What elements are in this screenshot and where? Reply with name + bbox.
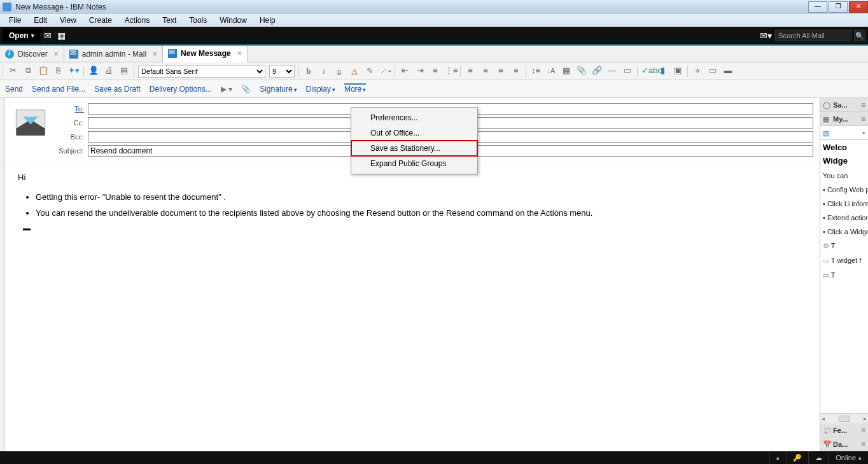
numbered-list-button[interactable]: ≡ (430, 66, 441, 77)
outdent-button[interactable]: ⇤ (399, 66, 410, 77)
permissions-button[interactable]: ▣ (672, 66, 683, 77)
tool-c-button[interactable]: ▬ (722, 66, 734, 77)
bullet-list-button[interactable]: ⋮≡ (445, 66, 456, 77)
insert-table-button[interactable]: ▦ (561, 66, 572, 77)
menu-text[interactable]: Text (156, 15, 183, 26)
flag-button[interactable]: ▮ (657, 66, 668, 77)
menu-icon[interactable]: ≡ (861, 440, 865, 449)
close-button[interactable]: ✕ (849, 1, 868, 13)
print-icon[interactable]: 🖨 (103, 66, 115, 77)
font-select[interactable]: Default Sans Serif (138, 65, 265, 78)
panel-dayglance[interactable]: 📅Da...≡ (820, 437, 868, 451)
tab-discover[interactable]: Discover × (0, 46, 64, 62)
menu-help[interactable]: Help (253, 15, 282, 26)
clear-format-button[interactable]: ⟋▾ (379, 66, 391, 76)
send-and-file-button[interactable]: Send and File... (32, 85, 85, 94)
menu-file[interactable]: File (3, 15, 27, 26)
mail-icon (168, 49, 177, 58)
link-button[interactable]: 🔗 (591, 66, 603, 77)
menu-bar: File Edit View Create Actions Text Tools… (0, 14, 868, 27)
menu-icon[interactable]: ≡ (861, 115, 865, 123)
line-spacing-button[interactable]: ↕≡ (530, 66, 542, 77)
tab-admin-mail[interactable]: admin admin - Mail × (64, 46, 163, 62)
left-gutter (0, 98, 5, 451)
envelope-icon (11, 103, 50, 141)
to-label[interactable]: To: (56, 105, 84, 113)
menu-view[interactable]: View (53, 15, 83, 26)
menu-out-of-office[interactable]: Out of Office... (351, 125, 477, 141)
signature-menu[interactable]: Signature (260, 85, 297, 94)
delivery-options-button[interactable]: Delivery Options... (150, 85, 212, 94)
calendar-icon[interactable]: ▦ (55, 31, 69, 41)
paste-special-icon[interactable]: ⎘ (53, 66, 64, 77)
display-menu[interactable]: Display (306, 85, 335, 94)
font-color-button[interactable]: A (349, 66, 360, 76)
search-input[interactable] (775, 30, 851, 41)
status-up[interactable]: ▴ (769, 451, 786, 464)
close-icon[interactable]: × (54, 50, 59, 59)
attach-button[interactable]: 📎 (576, 66, 587, 77)
minimize-button[interactable]: — (808, 1, 827, 13)
font-size-select[interactable]: 9 (269, 65, 295, 78)
menu-edit[interactable]: Edit (27, 15, 53, 26)
more-menu[interactable]: More (344, 83, 366, 94)
panel-feeds[interactable]: 📰Fe...≡ (820, 423, 868, 437)
menu-tools[interactable]: Tools (183, 15, 213, 26)
italic-button[interactable]: i (318, 66, 330, 76)
send-button[interactable]: Send (5, 85, 23, 94)
menu-save-as-stationery[interactable]: Save as Stationery... (351, 141, 477, 156)
panel-mywidgets[interactable]: ▦My...≡ (820, 112, 868, 126)
info-icon (5, 50, 14, 59)
window-title: New Message - IBM Notes (15, 3, 106, 11)
save-as-draft-button[interactable]: Save as Draft (94, 85, 141, 94)
close-icon[interactable]: × (153, 50, 157, 59)
flag-icon[interactable]: ▶ ▾ (221, 85, 232, 94)
key-icon[interactable]: 🔑 (786, 451, 808, 464)
align-right-button[interactable]: ≡ (495, 66, 507, 77)
spellcheck-button[interactable]: ✓abc (641, 66, 653, 77)
new-icon[interactable]: ✦▾ (68, 66, 80, 77)
menu-window[interactable]: Window (213, 15, 253, 26)
search-button[interactable]: 🔍 (854, 30, 865, 41)
cloud-icon[interactable]: ☁ (808, 451, 829, 464)
indent-button[interactable]: ⇥ (414, 66, 426, 77)
attachment-icon[interactable]: 📎 (241, 85, 251, 94)
menu-preferences[interactable]: Preferences... (351, 110, 477, 125)
menu-create[interactable]: Create (83, 15, 118, 26)
status-online[interactable]: Online ▴ (829, 451, 868, 464)
envelope-status-icon[interactable]: ✉▾ (759, 31, 773, 41)
hr-button[interactable]: — (606, 66, 618, 77)
menu-actions[interactable]: Actions (118, 15, 156, 26)
mail-icon[interactable]: ✉ (41, 31, 55, 41)
message-body[interactable]: Hi Getting this error- "Unable to resent… (5, 162, 820, 451)
menu-expand-public-groups[interactable]: Expand Public Groups (351, 156, 477, 171)
underline-button[interactable]: u (333, 66, 345, 76)
menu-icon[interactable]: ≡ (861, 426, 865, 435)
panel-scrollbar[interactable]: ◂▸ (820, 413, 868, 423)
maximize-button[interactable]: ❐ (829, 1, 848, 13)
more-dropdown: Preferences... Out of Office... Save as … (351, 107, 478, 174)
image-button[interactable]: ▭ (622, 66, 633, 77)
bold-button[interactable]: b (303, 66, 314, 76)
justify-button[interactable]: ≡ (510, 66, 522, 77)
menu-icon[interactable]: ≡ (861, 101, 865, 109)
cut-icon[interactable]: ✂ (7, 66, 18, 77)
text-direction-button[interactable]: ↓A (545, 66, 557, 77)
preview-icon[interactable]: ▤ (118, 66, 130, 77)
title-bar: New Message - IBM Notes — ❐ ✕ (0, 0, 868, 14)
body-line-1: Getting this error- "Unable to resent th… (36, 192, 807, 202)
align-left-button[interactable]: ≡ (465, 66, 476, 77)
tool-b-button[interactable]: ▭ (707, 66, 718, 77)
tool-a-button[interactable]: ⟡ (692, 66, 703, 77)
highlight-button[interactable]: ✎ (364, 66, 375, 76)
panel-view-selector[interactable]: ▧▾ (820, 126, 868, 140)
paste-icon[interactable]: 📋 (38, 66, 49, 77)
copy-icon[interactable]: ⧉ (22, 66, 34, 77)
subject-label: Subject: (56, 147, 84, 155)
align-center-button[interactable]: ≡ (480, 66, 491, 77)
panel-sametime[interactable]: ◯Sa...≡ (820, 98, 868, 112)
tab-new-message[interactable]: New Message × (163, 46, 248, 62)
close-icon[interactable]: × (237, 49, 242, 58)
open-menu[interactable]: Open▾ (3, 29, 41, 43)
contact-icon[interactable]: 👤 (88, 66, 99, 77)
